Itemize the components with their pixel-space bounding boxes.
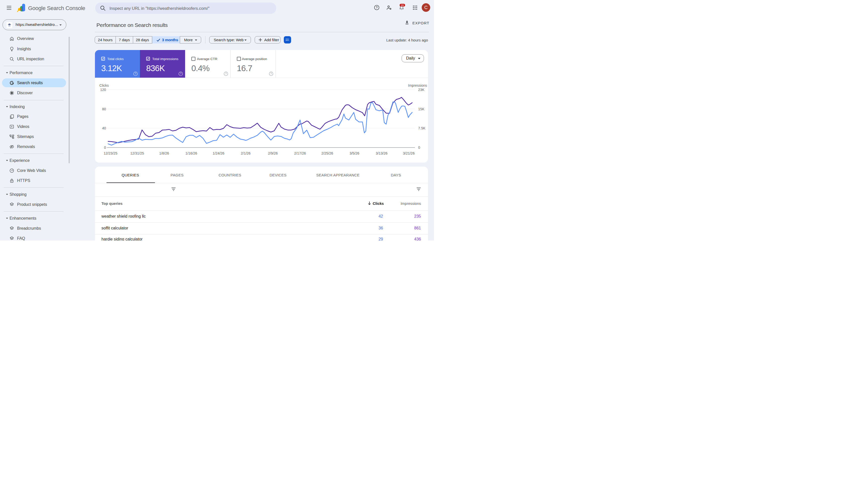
svg-text:3/21/26: 3/21/26 xyxy=(403,151,415,155)
svg-text:1/24/26: 1/24/26 xyxy=(213,151,224,155)
svg-text:15K: 15K xyxy=(418,107,425,111)
svg-text:Clicks: Clicks xyxy=(99,84,109,87)
svg-text:Impressions: Impressions xyxy=(408,84,427,87)
svg-text:23K: 23K xyxy=(418,88,425,92)
svg-text:2/1/26: 2/1/26 xyxy=(241,151,251,155)
svg-text:0: 0 xyxy=(418,146,420,150)
svg-text:0: 0 xyxy=(104,146,106,150)
svg-text:7.5K: 7.5K xyxy=(418,126,426,130)
svg-text:40: 40 xyxy=(102,126,106,130)
svg-text:1/16/26: 1/16/26 xyxy=(185,151,197,155)
svg-text:3/5/26: 3/5/26 xyxy=(350,151,360,155)
svg-text:2/17/26: 2/17/26 xyxy=(294,151,306,155)
svg-text:12/23/25: 12/23/25 xyxy=(104,151,118,155)
svg-text:3/13/26: 3/13/26 xyxy=(376,151,388,155)
svg-text:2/9/26: 2/9/26 xyxy=(268,151,278,155)
svg-text:80: 80 xyxy=(102,107,106,111)
svg-text:12/31/25: 12/31/25 xyxy=(130,151,144,155)
svg-text:2/25/26: 2/25/26 xyxy=(321,151,333,155)
svg-text:120: 120 xyxy=(100,88,106,92)
svg-text:1/8/26: 1/8/26 xyxy=(159,151,169,155)
